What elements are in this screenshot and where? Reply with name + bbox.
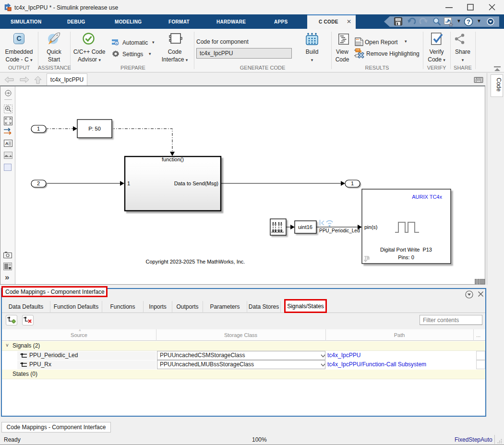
svg-text:function(): function() bbox=[162, 156, 184, 162]
svg-text:A: A bbox=[5, 141, 9, 146]
svg-text:1: 1 bbox=[37, 126, 40, 132]
svg-text:1: 1 bbox=[127, 180, 130, 186]
svg-text:?: ? bbox=[467, 18, 470, 25]
svg-text:Copyright 2023-2025 The MathWo: Copyright 2023-2025 The MathWorks, Inc. bbox=[146, 259, 245, 265]
svg-text:1: 1 bbox=[351, 180, 354, 186]
svg-text:2: 2 bbox=[37, 180, 40, 186]
svg-text:Data to Send(Msg): Data to Send(Msg) bbox=[174, 180, 218, 186]
svg-text:Digital Port Write P13: Digital Port Write P13 bbox=[380, 247, 432, 253]
svg-text:uint16: uint16 bbox=[298, 224, 312, 230]
svg-text:pin(s): pin(s) bbox=[364, 224, 378, 230]
svg-text:P: 50: P: 50 bbox=[88, 126, 101, 132]
svg-text:Pins: 0: Pins: 0 bbox=[398, 254, 414, 260]
svg-text:A: A bbox=[116, 42, 118, 45]
svg-text:PPU_Periodic_Led: PPU_Periodic_Led bbox=[319, 228, 360, 233]
svg-text:AURIX TC4x: AURIX TC4x bbox=[412, 194, 442, 200]
